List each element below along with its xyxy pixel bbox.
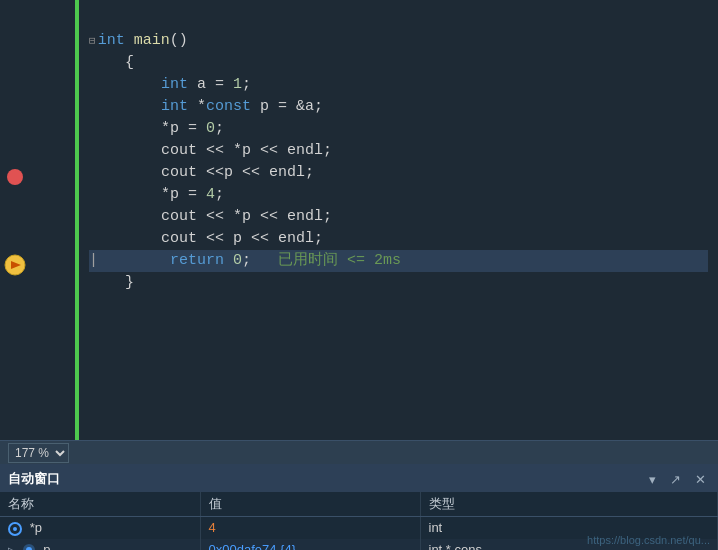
code-line-8: cout <<p << endl; (89, 162, 708, 184)
status-bar: 177 % 100 % 150 % 200 % (0, 440, 718, 464)
zoom-select[interactable]: 177 % 100 % 150 % 200 % (8, 443, 69, 463)
code-line-9: *p = 4; (89, 184, 708, 206)
breakpoint-indicator[interactable] (6, 168, 24, 191)
code-line-3: { (89, 52, 708, 74)
code-line-1 (89, 8, 708, 30)
col-header-value: 值 (200, 492, 420, 517)
code-lines: ⊟int main() { int a = 1; int *const p = … (79, 0, 718, 440)
panel-dropdown-btn[interactable]: ▾ (645, 471, 660, 488)
code-line-6: *p = 0; (89, 118, 708, 140)
watch-name-cell-2: ▷ p (0, 539, 200, 550)
code-line-5: int *const p = &a; (89, 96, 708, 118)
svg-point-4 (13, 527, 17, 531)
code-line-10: cout << *p << endl; (89, 206, 708, 228)
panel-close-btn[interactable]: ✕ (691, 471, 710, 488)
code-editor: ⊟int main() { int a = 1; int *const p = … (0, 0, 718, 440)
pointer-icon-2 (22, 543, 36, 550)
watch-icon-1 (8, 522, 22, 536)
auto-watch-panel: 自动窗口 ▾ ↗ ✕ 名称 值 类型 (0, 464, 718, 550)
watch-var-name-2: p (43, 542, 50, 550)
code-line-11: cout << p << endl; (89, 228, 708, 250)
code-line-4: int a = 1; (89, 74, 708, 96)
editor-gutter (0, 0, 75, 440)
panel-controls[interactable]: ▾ ↗ ✕ (645, 471, 710, 488)
code-line-13: } (89, 272, 708, 294)
zoom-control[interactable]: 177 % 100 % 150 % 200 % (8, 443, 73, 463)
watch-name-cell-1: *p (0, 517, 200, 539)
svg-point-0 (7, 169, 23, 185)
watch-table-container: 名称 值 类型 *p 4 int (0, 492, 718, 550)
watch-value-cell-2: 0x00dafe74 {4} (200, 539, 420, 550)
panel-title: 自动窗口 (8, 470, 60, 488)
watermark: https://blog.csdn.net/qu... (587, 534, 710, 546)
panel-titlebar: 自动窗口 ▾ ↗ ✕ (0, 466, 718, 492)
code-line-2: ⊟int main() (89, 30, 708, 52)
expand-arrow-icon[interactable]: ▷ (8, 545, 16, 550)
watch-var-name-1: *p (30, 520, 42, 535)
code-line-7: cout << *p << endl; (89, 140, 708, 162)
panel-pin-btn[interactable]: ↗ (666, 471, 685, 488)
col-header-type: 类型 (420, 492, 718, 517)
watch-value-cell-1: 4 (200, 517, 420, 539)
table-header-row: 名称 值 类型 (0, 492, 718, 517)
code-line-12: | return 0; 已用时间 <= 2ms (89, 250, 708, 272)
current-line-arrow (4, 254, 26, 281)
col-header-name: 名称 (0, 492, 200, 517)
